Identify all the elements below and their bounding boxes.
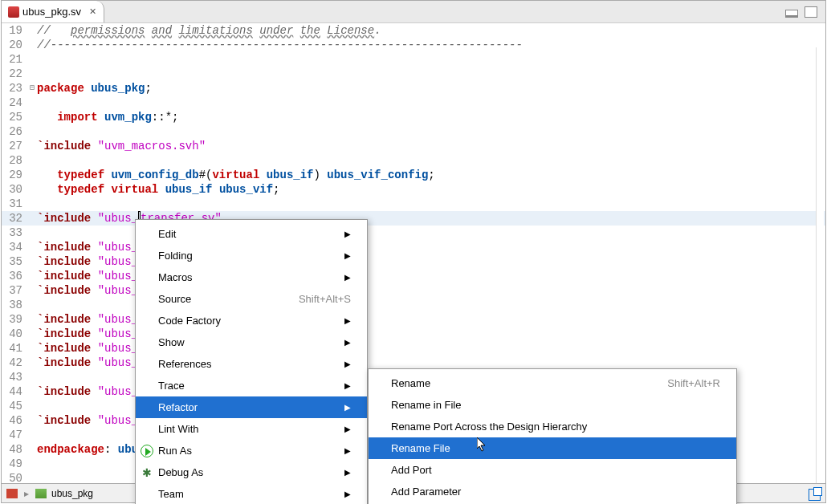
line-number: 20 [2,38,27,52]
menu-item-label: Rename File [391,442,450,454]
close-icon[interactable]: ✕ [88,7,97,17]
code-line[interactable]: 23⊟package ubus_pkg; [2,81,825,96]
menu-item-label: Refactor [158,401,198,413]
menu-item-rename[interactable]: RenameShift+Alt+R [369,372,736,394]
menu-item-edit[interactable]: Edit▶ [136,223,367,245]
package-icon [35,489,47,498]
minimize-icon[interactable] [785,10,798,18]
fold-marker [27,384,37,399]
code-line[interactable]: 34`include "ubus_ [2,240,825,254]
line-number: 31 [2,197,27,211]
context-menu[interactable]: Edit▶Folding▶Macros▶SourceShift+Alt+SCod… [135,219,368,504]
code-line[interactable]: 20//------------------------------------… [2,38,825,52]
code-text[interactable]: // permissions and limitations under the… [37,23,825,38]
code-text[interactable] [37,96,825,110]
line-number: 47 [2,428,27,442]
code-text[interactable]: `include "uvm_macros.svh" [37,139,825,153]
code-line[interactable]: 19// permissions and limitations under t… [2,23,825,38]
menu-item-label: Debug As [158,466,203,478]
menu-item-rename-port-across-the-design-hierarchy[interactable]: Rename Port Across the Design Hierarchy [369,416,736,437]
menu-item-source[interactable]: SourceShift+Alt+S [136,288,367,310]
code-text[interactable]: import uvm_pkg::*; [37,110,825,124]
restore-icon[interactable] [809,489,821,501]
tab-bar: ubus_pkg.sv ✕ [2,1,825,23]
menu-item-references[interactable]: References▶ [136,353,367,375]
submenu-arrow-icon: ▶ [344,338,351,347]
menu-item-label: Run As [158,445,192,457]
code-line[interactable]: 32`include "ubus_transfer.sv" [2,211,825,226]
menu-item-label: Team [158,488,184,500]
menu-item-folding[interactable]: Folding▶ [136,245,367,266]
code-text[interactable]: //--------------------------------------… [37,38,825,52]
fold-marker [27,96,37,110]
code-line[interactable]: 21 [2,52,825,67]
code-line[interactable]: 22 [2,67,825,81]
code-line[interactable]: 35`include "ubus_ [2,254,825,269]
fold-marker [27,442,37,457]
fold-marker [27,23,37,38]
line-number: 50 [2,471,27,483]
code-text[interactable] [37,52,825,67]
fold-marker [27,428,37,442]
code-line[interactable]: 26 [2,124,825,139]
menu-item-debug-as[interactable]: Debug As▶ [136,461,367,483]
menu-item-rename-file[interactable]: Rename File [369,437,736,459]
menu-item-add-port[interactable]: Add Port [369,459,736,481]
code-line[interactable]: 24 [2,96,825,110]
debug-icon [141,466,153,479]
code-text[interactable] [37,67,825,81]
editor-tab[interactable]: ubus_pkg.sv ✕ [2,1,104,22]
menu-item-refactor[interactable]: Refactor▶ [136,396,367,418]
code-text[interactable]: typedef virtual ubus_if ubus_vif; [37,182,825,197]
menu-item-label: Add Port [391,464,432,476]
fold-marker [27,370,37,384]
code-line[interactable]: 29 typedef uvm_config_db#(virtual ubus_i… [2,168,825,182]
line-number: 45 [2,399,27,413]
line-number: 39 [2,312,27,327]
menu-item-team[interactable]: Team▶ [136,483,367,504]
line-number: 38 [2,298,27,312]
fold-marker [27,283,37,298]
code-line[interactable]: 38 [2,298,825,312]
overview-ruler[interactable] [816,47,824,483]
fold-marker [27,182,37,197]
code-line[interactable]: 37`include "ubus_ [2,283,825,298]
submenu-arrow-icon: ▶ [344,490,351,498]
code-line[interactable]: 41`include "ubus_ [2,341,825,356]
fold-marker[interactable]: ⊟ [27,81,37,96]
maximize-icon[interactable] [805,6,817,18]
code-line[interactable]: 39`include "ubus_ [2,312,825,327]
menu-item-add-parameter[interactable]: Add Parameter [369,481,736,502]
code-line[interactable]: 33 [2,226,825,240]
code-line[interactable]: 31 [2,197,825,211]
menu-item-label: Show [158,336,185,348]
menu-item-trace[interactable]: Trace▶ [136,375,367,396]
menu-item-rename-in-file[interactable]: Rename in File [369,394,736,416]
menu-item-code-factory[interactable]: Code Factory▶ [136,310,367,331]
code-line[interactable]: 36`include "ubus_ [2,269,825,283]
menu-item-label: Code Factory [158,315,221,327]
code-text[interactable] [37,197,825,211]
line-number: 25 [2,110,27,124]
code-line[interactable]: 25 import uvm_pkg::*; [2,110,825,124]
line-number: 28 [2,153,27,168]
fold-marker [27,327,37,341]
code-text[interactable]: typedef uvm_config_db#(virtual ubus_if) … [37,168,825,182]
code-text[interactable]: package ubus_pkg; [37,81,825,96]
code-line[interactable]: 40`include "ubus_ [2,327,825,341]
menu-item-lint-with[interactable]: Lint With▶ [136,418,367,440]
menu-item-show[interactable]: Show▶ [136,331,367,353]
code-line[interactable]: 30 typedef virtual ubus_if ubus_vif; [2,182,825,197]
code-line[interactable]: 28 [2,153,825,168]
code-text[interactable] [37,153,825,168]
menu-item-run-as[interactable]: Run As▶ [136,440,367,461]
code-line[interactable]: 27`include "uvm_macros.svh" [2,139,825,153]
line-number: 33 [2,226,27,240]
fold-marker [27,153,37,168]
breadcrumb-item[interactable]: ubus_pkg [51,488,93,499]
fold-marker [27,226,37,240]
menu-item-macros[interactable]: Macros▶ [136,266,367,288]
code-text[interactable] [37,124,825,139]
line-number: 35 [2,254,27,269]
refactor-submenu[interactable]: RenameShift+Alt+RRename in FileRename Po… [368,368,737,504]
